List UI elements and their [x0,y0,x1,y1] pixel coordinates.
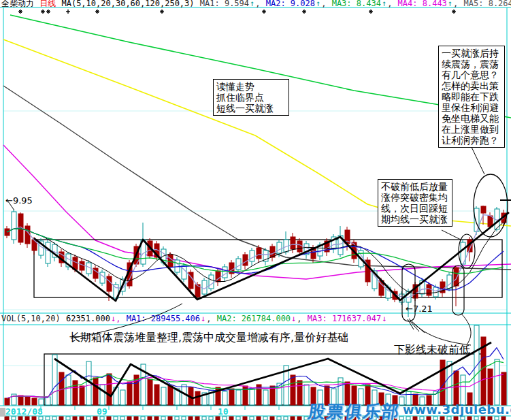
mini-pane-bar [427,417,431,420]
volume-bar [25,397,30,405]
volume-bar [447,361,452,405]
trend-arrow-icon: ↑ [448,0,452,8]
ma-value: MA5: 8.264 [464,0,511,8]
ma-value: MA1: 9.594 [200,0,249,8]
mini-pane-bar [467,417,472,420]
volume-bar [488,369,493,405]
candle-body [291,237,295,249]
mini-pane-bar [501,417,506,420]
annotation-line: 短线一买就涨 [216,103,286,114]
volume-bar [195,391,200,405]
separator: , [255,0,265,8]
mini-pane-bar [46,417,50,420]
date-axis-label: 2012/08 [5,406,43,417]
mini-pane-bar [243,417,247,420]
mini-pane-bar [474,417,478,420]
volume-bar [154,385,159,405]
low-price-callout: ←7.21 [406,304,433,314]
annotation-box-trend: 读懂走势抓住临界点短线一买就涨 [213,79,289,116]
mini-pane-bar [222,417,227,420]
mini-pane-bar [39,417,43,420]
mini-pane-bar [73,417,77,420]
volume-bar [291,375,295,405]
volume-bar [148,379,152,405]
ma-value: MA3: 8.434 [332,0,381,8]
trend-arrow-icon: ↑ [316,0,320,8]
indicator-params: MA(5,10,20,30,60,120,250,3) [61,0,194,8]
volume-bar [461,375,465,405]
volume-bar [250,389,254,405]
mini-pane-bar [148,417,152,420]
volume-bar [46,397,50,405]
volume-bar [32,398,37,405]
period-label[interactable]: 日线 [39,0,56,8]
mini-pane-bar [209,417,213,420]
candle-body [100,272,105,283]
trend-arrow-icon: ↓ [382,314,386,323]
candle-body [12,212,16,240]
volume-bar [495,359,499,405]
volume-bar [107,374,112,405]
mini-pane-bar [86,417,90,420]
mini-pane-bar [440,417,444,420]
volume-bar [39,399,44,405]
annotation-box-question: 一买就涨后持续震荡，震荡有几个意思？怎样的卖出策略即能在下跌里保住利润避免坐电梯… [438,46,505,148]
volume-bar [168,386,173,405]
shadow-note: 下影线未破前低 [394,343,470,357]
candle-body [250,251,254,261]
mini-pane-bar [270,417,274,420]
mini-pane-bar [25,417,29,420]
mini-pane-bar [481,417,485,420]
ma-value: MA4: 8.443 [398,0,447,8]
mini-pane-bar [277,417,281,420]
annotation-line: 读懂走势 [216,81,286,92]
mini-pane-bar [175,417,179,420]
mini-pane-bar [182,417,186,420]
mini-pane-bar [127,417,131,420]
volume-bar [52,355,57,405]
volume-bar [229,389,234,405]
site-url[interactable]: www.3djulebu.com [403,402,511,417]
mini-pane-bar [107,417,111,420]
candle-body [25,226,30,244]
volume-bar [73,381,78,405]
candle-body [168,255,173,267]
candle-body [107,276,112,291]
annotation-box-breakout: 不破前低后放量涨停突破密集均线，次日回踩短期均线一买就涨 [378,179,452,227]
trend-arrow-icon: ↑ [382,0,386,8]
volume-note: 长期箱体震荡堆量整理,震荡中成交量增减有序,量价好基础 [69,331,348,345]
vol-ma-values: 62351.000↓, MA1: 289455.406↓, MA2: 26178… [66,314,387,323]
candle-body [481,206,486,213]
mini-pane-bar [168,417,172,420]
mini-pane-bar [488,417,492,420]
mini-pane-bar [195,417,199,420]
mini-pane-bar [454,417,458,420]
volume-bar [270,386,275,405]
mini-pane-bar [141,417,145,420]
mini-pane-bar [52,417,56,420]
stock-chart-window: 全柴动力 日线 MA(5,10,20,30,60,120,250,3) MA1:… [0,0,511,420]
mini-pane-bar [66,417,70,420]
candle-body [80,261,84,270]
candle-body [277,242,282,253]
candle-body [209,275,214,289]
ma-value: MA2: 261784.000 [217,314,291,323]
volume-bar [263,390,268,405]
ma-value: MA1: 289455.406 [127,314,200,323]
volume-bar [100,385,105,405]
separator: , [387,0,397,8]
candle-body [297,241,302,252]
candle-body [257,248,261,259]
mini-pane-bar [120,417,125,420]
mini-pane-bar [399,417,403,420]
mini-pane-bar [93,417,97,420]
stock-name: 全柴动力 [1,0,34,8]
volume-bar [127,382,132,405]
scrollbar-corner[interactable] [0,408,5,417]
separator: , [321,0,331,8]
mini-pane-bar [32,417,36,420]
candle-body [236,259,241,270]
volume-indicator-header: VOL(5,10,20) 62351.000↓, MA1: 289455.406… [1,314,511,324]
mini-pane-bar [161,417,165,420]
mini-pane-bar [236,417,240,420]
